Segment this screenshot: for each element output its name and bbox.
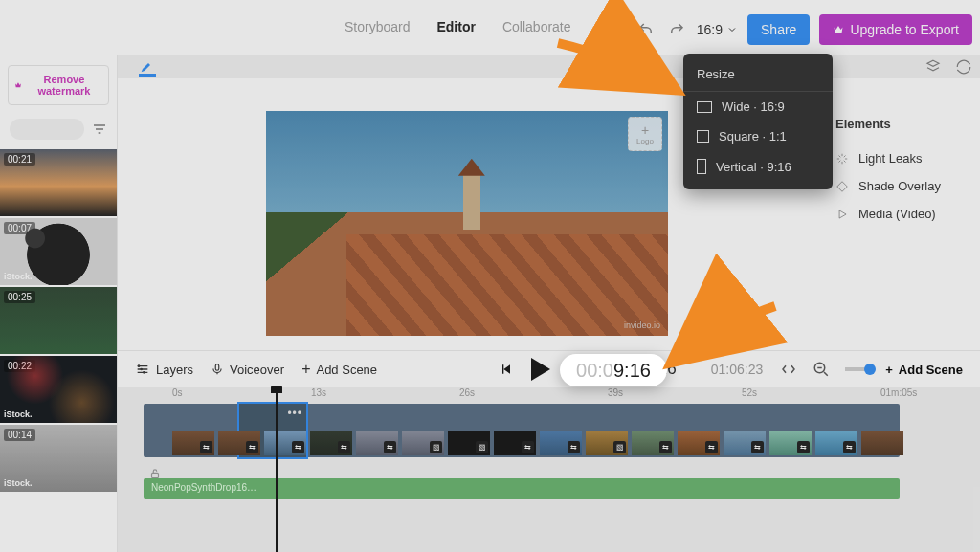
- color-tool-icon[interactable]: [139, 59, 156, 77]
- clip-transition-icon[interactable]: ⇆: [751, 441, 764, 453]
- bubble-pale: 00:0: [576, 360, 613, 382]
- remove-watermark-label: Remove watermark: [26, 74, 102, 97]
- redo-icon[interactable]: [666, 19, 687, 40]
- zoom-slider[interactable]: [845, 367, 870, 371]
- thumb-time: 00:25: [4, 291, 35, 303]
- chevron-down-icon: [726, 24, 738, 35]
- audio-clip-name: NeonPopSynthDrop16…: [151, 482, 256, 493]
- upgrade-label: Upgrade to Export: [850, 22, 959, 37]
- tab-editor[interactable]: Editor: [436, 19, 475, 34]
- resize-option-label: Vertical · 9:16: [716, 160, 791, 174]
- element-light-leaks[interactable]: Light Leaks: [822, 144, 980, 172]
- thumb-time: 00:07: [4, 222, 35, 234]
- aspect-ratio-selector[interactable]: 16:9: [697, 22, 738, 37]
- filter-icon[interactable]: [92, 121, 107, 137]
- crown-icon: [833, 24, 844, 35]
- add-scene-label: Add Scene: [316, 363, 377, 377]
- element-label: Shade Overlay: [858, 179, 941, 193]
- annotation-time-bubble: 00:09:16: [560, 354, 667, 386]
- skip-back-icon[interactable]: [499, 362, 514, 377]
- thumb-time: 00:14: [4, 429, 35, 441]
- element-label: Light Leaks: [858, 151, 923, 166]
- svg-point-1: [141, 368, 142, 369]
- layers-button[interactable]: Layers: [135, 362, 193, 377]
- media-thumb[interactable]: 00:25: [0, 287, 117, 354]
- audio-track[interactable]: NeonPopSynthDrop16…: [144, 478, 900, 499]
- svg-rect-3: [215, 364, 219, 370]
- sparkle-icon: [835, 152, 849, 166]
- voiceover-button[interactable]: Voiceover: [211, 363, 284, 377]
- bubble-dark: 9:16: [613, 360, 651, 382]
- play-button[interactable]: [531, 358, 550, 381]
- clip-layer-icon[interactable]: ▧: [613, 441, 626, 453]
- diamond-icon: [835, 180, 849, 193]
- thumb-time: 00:22: [4, 360, 35, 372]
- thumb-time: 00:21: [4, 153, 35, 166]
- crown-icon: [14, 80, 22, 90]
- element-label: Media (Video): [858, 207, 936, 221]
- media-thumb[interactable]: 00:07iStock.: [0, 218, 117, 285]
- preview-watermark: invideo.io: [624, 320, 660, 330]
- svg-point-2: [144, 372, 145, 373]
- refresh-icon[interactable]: [955, 58, 972, 76]
- ruler-tick: 52s: [742, 387, 757, 398]
- mic-icon: [211, 363, 224, 376]
- element-media-video[interactable]: Media (Video): [822, 200, 980, 228]
- thumb-stock: iStock.: [4, 409, 33, 419]
- media-thumb[interactable]: 00:22iStock.: [0, 356, 117, 423]
- annotation-arrow-bottom: [660, 297, 794, 386]
- elements-header: Elements: [835, 117, 980, 131]
- clip-layer-icon[interactable]: ▧: [476, 441, 488, 453]
- svg-point-0: [138, 365, 139, 366]
- ruler-tick: 39s: [608, 387, 623, 398]
- clip-transition-icon[interactable]: ⇆: [843, 441, 856, 453]
- timeline-ruler[interactable]: 0s 13s 26s 39s 52s 01m:05s: [144, 387, 980, 401]
- svg-rect-5: [152, 473, 159, 477]
- thumb-stock: iStock.: [4, 272, 33, 281]
- play-icon: [835, 208, 849, 221]
- resize-option-vertical[interactable]: Vertical · 9:16: [683, 151, 833, 182]
- tab-collaborate[interactable]: Collaborate: [502, 19, 571, 34]
- upgrade-button[interactable]: Upgrade to Export: [819, 14, 972, 45]
- add-scene-right-label: Add Scene: [899, 363, 963, 377]
- annotation-arrow-top: [553, 38, 706, 128]
- logo-placeholder-label: Logo: [636, 137, 654, 145]
- clip-transition-icon[interactable]: ⇆: [522, 441, 534, 453]
- resize-option-label: Wide · 16:9: [722, 99, 785, 114]
- ruler-tick: 01m:05s: [880, 387, 917, 398]
- clip-transition-icon[interactable]: ⇆: [568, 441, 580, 453]
- voiceover-label: Voiceover: [230, 363, 284, 377]
- video-preview[interactable]: + Logo invideo.io: [266, 111, 668, 336]
- search-pill[interactable]: [10, 119, 84, 140]
- add-scene-button[interactable]: + Add Scene: [301, 361, 377, 378]
- clip-menu-icon[interactable]: •••: [287, 407, 302, 420]
- resize-option-label: Square · 1:1: [719, 129, 787, 144]
- remove-watermark-button[interactable]: Remove watermark: [8, 65, 109, 105]
- ruler-tick: 0s: [172, 387, 183, 398]
- layers-label: Layers: [156, 363, 193, 377]
- clip-layer-icon[interactable]: ▧: [430, 441, 442, 453]
- video-track[interactable]: ••• ⇆ ⇆ ⇆ ⇆ ⇆ ▧ ▧ ⇆ ⇆ ▧ ⇆ ⇆ ⇆ ⇆ ⇆: [144, 404, 900, 457]
- zoom-out-icon[interactable]: [813, 361, 830, 378]
- timeline-playhead[interactable]: [276, 387, 278, 552]
- media-thumb[interactable]: 00:21: [0, 149, 117, 216]
- clip-transition-icon[interactable]: ⇆: [292, 441, 304, 453]
- clip-transition-icon[interactable]: ⇆: [797, 441, 810, 453]
- clip-transition-icon[interactable]: ⇆: [246, 441, 258, 453]
- element-shade-overlay[interactable]: Shade Overlay: [822, 172, 980, 200]
- aspect-ratio-label: 16:9: [697, 22, 723, 37]
- ruler-tick: 26s: [459, 387, 475, 398]
- thumb-stock: iStock.: [4, 478, 33, 488]
- layers-icon: [135, 362, 150, 377]
- clip-transition-icon[interactable]: ⇆: [384, 441, 396, 453]
- add-scene-right-button[interactable]: +Add Scene: [885, 363, 963, 377]
- media-thumb[interactable]: 00:14iStock.: [0, 425, 117, 492]
- undo-icon[interactable]: [635, 19, 657, 40]
- share-button[interactable]: Share: [747, 14, 810, 45]
- tab-storyboard[interactable]: Storyboard: [345, 19, 410, 34]
- clip-transition-icon[interactable]: ⇆: [200, 441, 212, 453]
- clip-transition-icon[interactable]: ⇆: [659, 441, 672, 453]
- clip-transition-icon[interactable]: ⇆: [705, 441, 718, 453]
- layers-sync-icon[interactable]: [924, 58, 942, 76]
- clip-transition-icon[interactable]: ⇆: [338, 441, 350, 453]
